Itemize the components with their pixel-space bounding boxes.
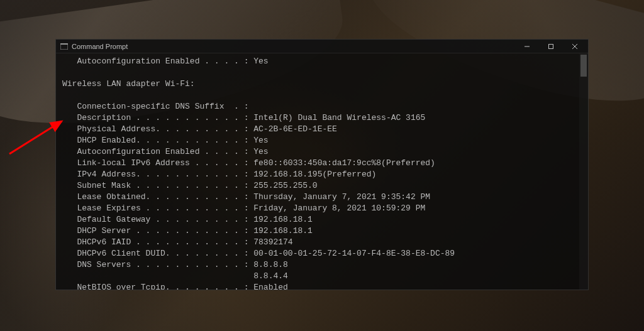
- output-line: DHCP Server . . . . . . . . . . . : 192.…: [62, 226, 313, 236]
- scrollbar-thumb[interactable]: [580, 55, 587, 77]
- output-line: DHCPv6 Client DUID. . . . . . . . : 00-0…: [62, 249, 455, 258]
- output-line: DHCPv6 IAID . . . . . . . . . . . : 7839…: [62, 237, 293, 247]
- svg-rect-1: [60, 43, 68, 45]
- output-line: Link-local IPv6 Address . . . . . : fe80…: [62, 158, 435, 168]
- output-line: Default Gateway . . . . . . . . . : 192.…: [62, 215, 313, 224]
- terminal-output: Autoconfiguration Enabled . . . . : Yes …: [62, 56, 582, 290]
- terminal-body[interactable]: Autoconfiguration Enabled . . . . : Yes …: [56, 53, 588, 290]
- output-line: Description . . . . . . . . . . . : Inte…: [62, 113, 425, 122]
- svg-rect-3: [549, 44, 553, 48]
- window-title: Command Prompt: [72, 43, 515, 50]
- command-prompt-window: Command Prompt Autoconfiguration Enabled…: [55, 39, 589, 290]
- output-line: Autoconfiguration Enabled . . . . : Yes: [62, 147, 269, 156]
- output-line: Wireless LAN adapter Wi-Fi:: [62, 79, 195, 89]
- titlebar-buttons: [515, 40, 587, 53]
- output-line: 8.8.4.4: [62, 271, 288, 281]
- output-line: Physical Address. . . . . . . . . : AC-2…: [62, 124, 337, 134]
- output-line: IPv4 Address. . . . . . . . . . . : 192.…: [62, 170, 376, 179]
- scrollbar[interactable]: [579, 53, 588, 290]
- cmd-icon: [60, 42, 69, 51]
- output-line: DHCP Enabled. . . . . . . . . . . : Yes: [62, 136, 269, 145]
- output-line: Connection-specific DNS Suffix . :: [62, 102, 248, 111]
- maximize-button[interactable]: [539, 40, 563, 53]
- output-line: Lease Expires . . . . . . . . . . : Frid…: [62, 203, 425, 213]
- minimize-button[interactable]: [515, 40, 539, 53]
- titlebar[interactable]: Command Prompt: [56, 40, 588, 53]
- output-line: Subnet Mask . . . . . . . . . . . : 255.…: [62, 181, 318, 190]
- output-line: DNS Servers . . . . . . . . . . . : 8.8.…: [62, 260, 288, 269]
- output-line: Autoconfiguration Enabled . . . . : Yes: [62, 57, 269, 66]
- output-line: NetBIOS over Tcpip. . . . . . . . : Enab…: [62, 283, 288, 290]
- close-button[interactable]: [563, 40, 587, 53]
- output-line: Lease Obtained. . . . . . . . . . : Thur…: [62, 192, 430, 202]
